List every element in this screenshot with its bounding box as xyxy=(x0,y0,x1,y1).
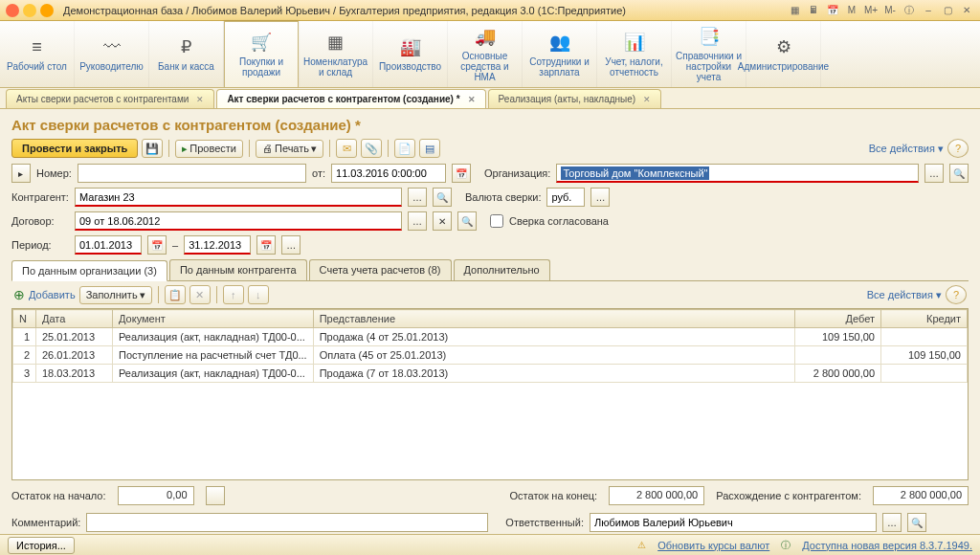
fill-button[interactable]: Заполнить ▾ xyxy=(79,286,152,304)
table-row[interactable]: 318.03.2013Реализация (акт, накладная) Т… xyxy=(13,365,968,383)
copy-icon[interactable]: 📋 xyxy=(165,285,186,304)
doc-icon[interactable]: 📄 xyxy=(394,139,415,158)
open-icon[interactable]: 🔍 xyxy=(457,211,477,231)
close-icon[interactable]: ✕ xyxy=(196,95,204,104)
row-comment: Комментарий: Ответственный: … 🔍 xyxy=(11,513,969,532)
version-link[interactable]: Доступна новая версия 8.3.7.1949. xyxy=(802,540,972,545)
content: Акт сверки расчетов с контрагентом (созд… xyxy=(0,109,980,544)
col-n[interactable]: N xyxy=(13,310,36,328)
tb-m[interactable]: M xyxy=(844,3,859,18)
calendar-icon[interactable]: 📅 xyxy=(256,235,276,255)
org-label: Организация: xyxy=(484,167,550,179)
help-icon[interactable]: ? xyxy=(947,139,969,158)
open-icon[interactable]: 🔍 xyxy=(949,164,969,183)
select-icon[interactable]: … xyxy=(408,188,427,207)
table-row[interactable]: 226.01.2013Поступление на расчетный счет… xyxy=(13,346,968,365)
diff-label: Расхождение с контрагентом: xyxy=(716,490,861,501)
tab-sales[interactable]: Реализация (акты, накладные)✕ xyxy=(488,89,662,108)
subtab-extra[interactable]: Дополнительно xyxy=(454,259,550,280)
rib-sales[interactable]: 🛒Покупки и продажи xyxy=(224,21,299,87)
rib-assets[interactable]: 🚚Основные средства и НМА xyxy=(448,21,523,87)
down-icon[interactable]: ↓ xyxy=(248,285,269,304)
col-doc[interactable]: Документ xyxy=(113,310,314,328)
tb-dot-1 xyxy=(6,4,19,17)
minimize-icon[interactable]: – xyxy=(921,3,936,18)
rib-desktop[interactable]: ≡Рабочий стол xyxy=(0,21,75,87)
tb-mplus[interactable]: M+ xyxy=(863,3,879,18)
grid-all-actions[interactable]: Все действия ▾ xyxy=(867,289,942,301)
rib-prod[interactable]: 🏭Производство xyxy=(373,21,448,87)
resp-input[interactable] xyxy=(590,513,877,532)
close-icon[interactable]: ✕ xyxy=(468,95,476,104)
clear-icon[interactable]: ✕ xyxy=(433,211,452,231)
all-actions-link[interactable]: Все действия ▾ xyxy=(869,143,944,155)
period-select-icon[interactable]: … xyxy=(281,235,301,255)
contract-input[interactable] xyxy=(75,211,402,231)
tb-mminus[interactable]: M- xyxy=(882,3,898,18)
subtab-accounts[interactable]: Счета учета расчетов (8) xyxy=(309,259,452,280)
rib-admin[interactable]: ⚙Администрирование xyxy=(746,21,821,87)
print-button[interactable]: 🖨Печать▾ xyxy=(256,140,323,158)
tab-act-create[interactable]: Акт сверки расчетов с контрагентом (созд… xyxy=(216,89,485,108)
org-input[interactable]: Торговый дом "Комплексный" xyxy=(556,164,919,183)
col-debit[interactable]: Дебет xyxy=(795,310,881,328)
number-input[interactable] xyxy=(78,164,306,183)
subtab-contr[interactable]: По данным контрагента xyxy=(169,259,307,280)
rib-tax[interactable]: 📊Учет, налоги, отчетность xyxy=(597,21,672,87)
summary-row: Остаток на начало: 0,00 Остаток на конец… xyxy=(11,486,969,505)
rib-stock[interactable]: ▦Номенклатура и склад xyxy=(299,21,373,87)
col-date[interactable]: Дата xyxy=(36,310,113,328)
save-icon[interactable]: 💾 xyxy=(142,139,163,158)
rates-link[interactable]: Обновить курсы валют xyxy=(657,540,769,545)
start-label: Остаток на начало: xyxy=(11,490,106,501)
maximize-icon[interactable]: ▢ xyxy=(940,3,955,18)
period-from-input[interactable] xyxy=(75,235,142,255)
row-contract: Договор: … ✕ 🔍 Сверка согласована xyxy=(11,211,969,231)
post-button[interactable]: ▸Провести xyxy=(175,140,243,158)
tb-cal-icon[interactable]: 📅 xyxy=(825,3,840,18)
rib-hr[interactable]: 👥Сотрудники и зарплата xyxy=(523,21,597,87)
agreed-checkbox[interactable] xyxy=(490,214,503,228)
add-button[interactable]: Добавить xyxy=(29,289,76,300)
rib-bank[interactable]: ₽Банк и касса xyxy=(149,21,224,87)
up-icon[interactable]: ↑ xyxy=(223,285,244,304)
tb-calc-icon[interactable]: 🖩 xyxy=(806,3,821,18)
mail-icon[interactable]: ✉ xyxy=(336,139,357,158)
period-to-input[interactable] xyxy=(184,235,251,255)
close-icon[interactable]: ✕ xyxy=(643,95,651,104)
post-and-close-button[interactable]: Провести и закрыть xyxy=(11,139,138,158)
rib-manager[interactable]: 〰Руководителю xyxy=(75,21,149,87)
col-repr[interactable]: Представление xyxy=(313,310,794,328)
list-icon[interactable]: ▤ xyxy=(419,139,440,158)
resize-handle[interactable] xyxy=(206,486,225,505)
subtab-org[interactable]: По данным организации (3) xyxy=(11,260,167,281)
delete-icon[interactable]: ✕ xyxy=(189,285,211,304)
help-icon[interactable]: ⓘ xyxy=(902,3,917,18)
calendar-icon[interactable]: 📅 xyxy=(147,235,167,255)
currency-input[interactable] xyxy=(546,188,585,207)
contractor-input[interactable] xyxy=(75,188,402,207)
history-button[interactable]: История... xyxy=(8,537,75,545)
plus-icon[interactable]: ⊕ xyxy=(13,287,25,302)
tab-acts-list[interactable]: Акты сверки расчетов с контрагентами✕ xyxy=(6,89,214,108)
chevron-down-icon: ▾ xyxy=(311,143,317,155)
attach-icon[interactable]: 📎 xyxy=(361,139,382,158)
close-icon[interactable]: ✕ xyxy=(959,3,974,18)
rib-ref[interactable]: 📑Справочники и настройки учета xyxy=(672,21,746,87)
comment-input[interactable] xyxy=(86,513,488,532)
select-icon[interactable]: … xyxy=(924,164,944,183)
expand-icon[interactable]: ▸ xyxy=(11,164,31,183)
table-row[interactable]: 125.01.2013Реализация (акт, накладная) Т… xyxy=(13,328,968,346)
open-icon[interactable]: 🔍 xyxy=(907,513,926,532)
tb-grid-icon[interactable]: ▦ xyxy=(787,3,802,18)
calendar-icon[interactable]: 📅 xyxy=(452,164,471,183)
select-icon[interactable]: … xyxy=(882,513,902,532)
action-toolbar: Провести и закрыть 💾 ▸Провести 🖨Печать▾ … xyxy=(11,139,969,158)
col-credit[interactable]: Кредит xyxy=(881,310,968,328)
select-icon[interactable]: … xyxy=(590,188,610,207)
date-input[interactable] xyxy=(331,164,446,183)
open-icon[interactable]: 🔍 xyxy=(433,188,452,207)
grid[interactable]: N Дата Документ Представление Дебет Кред… xyxy=(11,308,969,480)
select-icon[interactable]: … xyxy=(408,211,427,231)
help-icon[interactable]: ? xyxy=(946,285,967,304)
